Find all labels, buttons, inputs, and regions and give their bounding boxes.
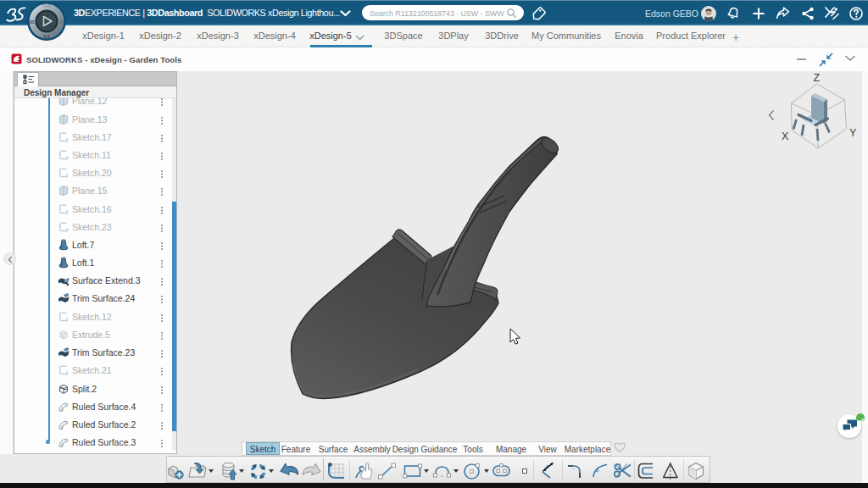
svg-text:X: X [782, 130, 789, 142]
svg-text:3D: 3D [29, 19, 35, 25]
svg-text:Y: Y [849, 127, 857, 139]
svg-text:V+R: V+R [42, 3, 51, 8]
svg-text:i²: i² [60, 19, 63, 25]
svg-text:Z: Z [814, 72, 821, 84]
svg-text:V.A: V.A [43, 34, 50, 39]
